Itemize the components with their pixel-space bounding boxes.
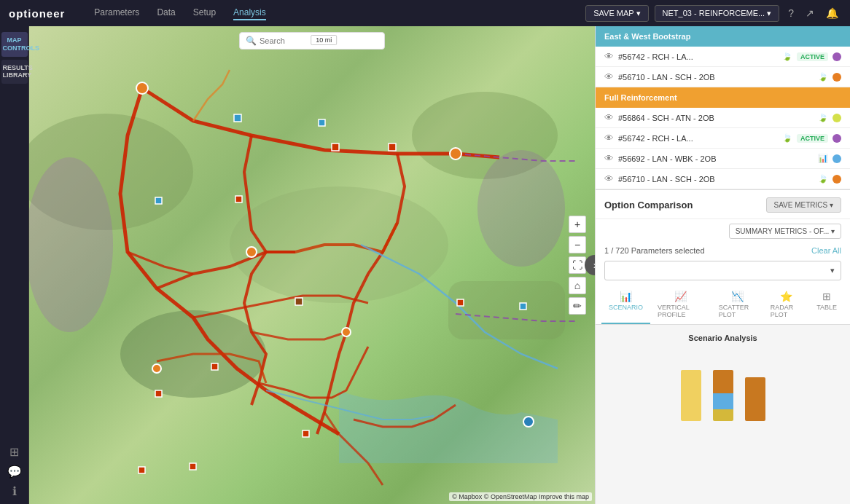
svg-point-5 — [29, 157, 113, 332]
svg-rect-15 — [332, 143, 339, 151]
route-id-5: #56692 - LAN - WBK - 2OB — [618, 154, 814, 163]
svg-rect-13 — [234, 114, 241, 122]
route-dot-3 — [833, 114, 841, 122]
sidebar-bottom: ⊞ 💬 ℹ — [7, 445, 22, 498]
save-metrics-button[interactable]: SAVE METRICS ▾ — [766, 197, 842, 213]
home-button[interactable]: ⌂ — [569, 277, 586, 294]
route-item[interactable]: 👁 #56742 - RCH - LA... 🍃 ACTIVE — [596, 47, 850, 67]
nav-analysis[interactable]: Analysis — [233, 6, 266, 20]
route-badge-4: ACTIVE — [797, 134, 828, 143]
routes-section-2: Full Reinforcement 👁 #56864 - SCH - ATN … — [596, 87, 850, 189]
route-dot-6 — [833, 175, 841, 184]
zoom-out-button[interactable]: − — [569, 236, 586, 253]
option-comparison: Option Comparison SAVE METRICS ▾ SUMMARY… — [596, 189, 850, 430]
left-sidebar: MAPCONTROLS RESULTSLIBRARY ⊞ 💬 ℹ — [0, 26, 29, 504]
nav-right: SAVE MAP ▾ NET_03 - REINFORCEME... ▾ ? ↗… — [585, 5, 841, 22]
net-button[interactable]: NET_03 - REINFORCEME... ▾ — [655, 5, 780, 22]
oc-dropdown-row: SUMMARY METRICS - OF... ▾ — [596, 219, 850, 243]
info-icon[interactable]: ℹ — [12, 484, 17, 498]
eye-icon-2[interactable]: 👁 — [604, 71, 614, 82]
svg-rect-23 — [457, 299, 464, 306]
map-distance-badge: 10 mi — [311, 35, 337, 45]
oc-select-row: ▾ — [596, 261, 850, 286]
svg-rect-24 — [303, 430, 309, 437]
route-id-3: #56864 - SCH - ATN - 2OB — [618, 114, 814, 122]
help-button[interactable]: ? — [785, 6, 797, 20]
chart-bars — [604, 348, 841, 421]
radar-plot-tab-icon: ⭐ — [780, 291, 792, 302]
tab-scenario-label: SCENARIO — [609, 304, 643, 311]
oc-params-row: 1 / 720 Parameters selected Clear All — [596, 243, 850, 261]
pencil-button[interactable]: ✏ — [569, 297, 586, 315]
nav-setup[interactable]: Setup — [193, 6, 216, 20]
map-area[interactable]: 🔍 10 mi + − ⛶ ⌂ ✏ © Mapbox © OpenStreetM… — [29, 26, 595, 504]
share-button[interactable]: ↗ — [803, 6, 817, 20]
eye-icon-6[interactable]: 👁 — [604, 173, 614, 184]
route-dot-2 — [833, 73, 841, 82]
leaf-icon-2: 🍃 — [818, 72, 828, 82]
analysis-tabs: 📊 SCENARIO 📈 VERTICAL PROFILE 📉 SCATTER … — [596, 286, 850, 325]
svg-rect-17 — [235, 196, 242, 202]
table-tab-icon: ⊞ — [822, 291, 831, 302]
tab-vertical-profile[interactable]: 📈 VERTICAL PROFILE — [650, 286, 711, 324]
svg-point-11 — [342, 328, 351, 336]
oc-title: Option Comparison — [604, 200, 693, 210]
bar-group-3 — [745, 377, 765, 421]
nav-data[interactable]: Data — [157, 6, 175, 20]
scenario-analysis-chart: Scenario Analysis — [596, 325, 850, 430]
sidebar-item-map-controls[interactable]: MAPCONTROLS — [1, 32, 28, 57]
eye-icon-3[interactable]: 👁 — [604, 112, 614, 123]
app-logo: optioneer — [9, 7, 65, 20]
chevron-down-icon: ▾ — [830, 266, 835, 275]
params-select[interactable]: ▾ — [604, 261, 841, 280]
zoom-in-button[interactable]: + — [569, 216, 586, 233]
route-item[interactable]: 👁 #56692 - LAN - WBK - 2OB 📊 — [596, 149, 850, 169]
right-panel: East & West Bootstrap 👁 #56742 - RCH - L… — [595, 26, 850, 504]
svg-rect-19 — [155, 197, 162, 204]
scatter-plot-tab-icon: 📉 — [731, 291, 744, 302]
route-group-2-header: Full Reinforcement — [596, 87, 850, 108]
map-routes-svg — [29, 26, 595, 504]
tab-table[interactable]: ⊞ TABLE — [809, 286, 844, 324]
search-icon: 🔍 — [246, 36, 257, 46]
leaf-icon-6: 🍃 — [818, 174, 828, 184]
route-id-6: #56710 - LAN - SCH - 2OB — [618, 175, 814, 184]
route-item[interactable]: 👁 #56742 - RCH - LA... 🍃 ACTIVE — [596, 128, 850, 149]
grid-icon[interactable]: ⊞ — [9, 445, 19, 459]
route-item[interactable]: 👁 #56710 - LAN - SCH - 2OB 🍃 — [596, 169, 850, 189]
tab-scatter-plot[interactable]: 📉 SCATTER PLOT — [711, 286, 763, 324]
tab-scatter-plot-label: SCATTER PLOT — [719, 304, 756, 318]
svg-rect-26 — [520, 303, 526, 310]
sidebar-item-results-library[interactable]: RESULTSLIBRARY — [1, 60, 28, 84]
chat-icon[interactable]: 💬 — [7, 465, 22, 479]
eye-icon-1[interactable]: 👁 — [604, 51, 614, 62]
fullscreen-button[interactable]: ⛶ — [569, 256, 586, 274]
routes-section-1: East & West Bootstrap 👁 #56742 - RCH - L… — [596, 26, 850, 87]
leaf-icon-3: 🍃 — [818, 113, 828, 122]
route-id-4: #56742 - RCH - LA... — [618, 134, 778, 143]
chart-title: Scenario Analysis — [604, 334, 841, 342]
svg-point-8 — [450, 148, 461, 160]
route-item[interactable]: 👁 #56710 - LAN - SCH - 2OB 🍃 — [596, 67, 850, 87]
scenario-tab-icon: 📊 — [620, 291, 632, 302]
nav-parameters[interactable]: Parameters — [94, 6, 139, 20]
vertical-profile-tab-icon: 📈 — [674, 291, 687, 302]
svg-rect-16 — [389, 143, 396, 151]
tab-radar-plot[interactable]: ⭐ RADAR PLOT — [763, 286, 809, 324]
route-dot-5 — [833, 154, 841, 163]
clear-all-button[interactable]: Clear All — [811, 246, 841, 255]
summary-metrics-dropdown[interactable]: SUMMARY METRICS - OF... ▾ — [729, 224, 841, 239]
bar-2-seg-2 — [713, 393, 733, 409]
bell-button[interactable]: 🔔 — [823, 6, 841, 20]
save-map-button[interactable]: SAVE MAP ▾ — [585, 5, 648, 22]
svg-rect-20 — [295, 298, 303, 305]
leaf-icon-4: 🍃 — [782, 133, 792, 143]
route-item[interactable]: 👁 #56864 - SCH - ATN - 2OB 🍃 — [596, 108, 850, 128]
eye-icon-4[interactable]: 👁 — [604, 133, 614, 143]
eye-icon-5[interactable]: 👁 — [604, 153, 614, 164]
svg-point-6 — [477, 150, 565, 267]
summary-metrics-label: SUMMARY METRICS - OF... ▾ — [736, 227, 835, 235]
route-id-1: #56742 - RCH - LA... — [618, 52, 778, 61]
tab-scenario[interactable]: 📊 SCENARIO — [601, 286, 650, 324]
bar-1 — [681, 370, 701, 421]
